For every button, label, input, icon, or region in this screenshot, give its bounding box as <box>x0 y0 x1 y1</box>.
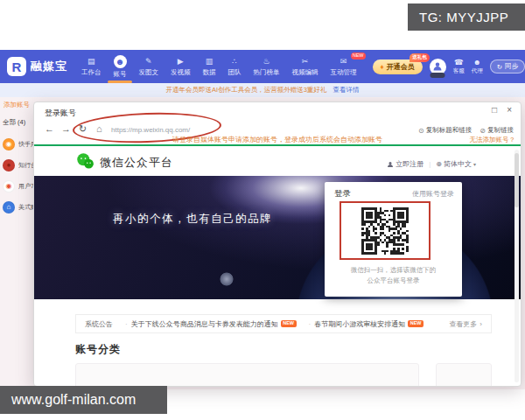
chevron-right-icon: › <box>480 320 482 328</box>
scrollbar-thumb[interactable] <box>514 153 519 207</box>
vip-label: 开通会员 <box>387 62 415 72</box>
qr-caption-line1: 微信扫一扫，选择该微信下的 <box>325 266 462 275</box>
new-tag: NEW <box>281 320 297 328</box>
category-card <box>75 363 419 387</box>
user-avatar[interactable] <box>430 59 446 75</box>
account-name: 知行合一 <box>18 161 34 170</box>
view-more-label: 查看更多 <box>449 319 477 329</box>
home-icon[interactable]: ⌂ <box>96 123 102 134</box>
promo-banner: 开通年会员即送AI创作工具会员，运营额外赠送3重好礼 查看详情 <box>0 83 525 97</box>
nav-item-video-edit[interactable]: ✂ 视频编辑 <box>286 50 325 83</box>
qr-code <box>361 207 409 255</box>
promo-text: 开通年会员即送AI创作工具会员，运营额外赠送3重好礼 <box>166 86 327 94</box>
app-header: R 融媒宝 ▤ 工作台 ☻ 账号 ✎ 发图文 ▶ 发视频 ▥ 数据 <box>0 50 525 83</box>
chart-icon: ▥ <box>206 56 214 66</box>
new-badge: NEW <box>351 52 366 60</box>
nav-item-hot-ranking[interactable]: ♨ 热门榜单 <box>248 50 286 83</box>
close-icon[interactable]: × <box>507 105 512 115</box>
nav-item-workbench[interactable]: ▤ 工作台 <box>75 50 108 83</box>
nav-label: 发图文 <box>139 68 159 77</box>
scissors-icon: ✂ <box>302 56 309 66</box>
modal-title: 登录账号 <box>45 108 76 119</box>
copy-link-label: 复制链接 <box>487 126 514 135</box>
announcement-link[interactable]: 关于下线公众号商品消息与卡券发表能力的通知 NEW <box>125 319 297 329</box>
announcement-link[interactable]: 春节期间小游戏审核安排通知 NEW <box>309 319 424 329</box>
register-label: 立即注册 <box>396 159 424 169</box>
scrollbar-track <box>514 150 519 382</box>
account-login-link[interactable]: 使用账号登录 <box>412 189 454 199</box>
message-icon: ✉ <box>340 56 347 66</box>
copy-actions: ⊙ 复制标题和链接 ⊘ 复制链接 <box>418 126 514 135</box>
account-name: 快手用户 <box>18 140 34 149</box>
nav-item-publish-article[interactable]: ✎ 发图文 <box>133 50 165 83</box>
red-avatar-icon: ● <box>3 159 15 172</box>
gift-badge: 送礼包 <box>410 53 430 62</box>
register-link[interactable]: 立即注册 <box>387 159 424 169</box>
nav-item-accounts[interactable]: ☻ 账号 <box>108 50 133 83</box>
login-hint-text: 请登录自媒体账号申请添加的账号，登录成功后系统会自动添加账号 <box>34 135 521 144</box>
back-icon[interactable]: ← <box>45 123 54 134</box>
mini-label: 客服 <box>453 67 465 75</box>
nav-label: 热门榜单 <box>254 68 280 77</box>
nav-label: 团队 <box>228 68 242 77</box>
nav-item-interaction[interactable]: NEW ✉ 互动管理 <box>325 50 363 83</box>
account-icon: ☻ <box>114 55 127 68</box>
new-tag: NEW <box>408 320 424 328</box>
red-rect-annotation <box>340 201 430 260</box>
nav-label: 数据 <box>203 68 216 77</box>
account-name: 用户74 <box>18 182 34 191</box>
qr-login-card: 登录 使用账号登录 微信扫一扫，选择该微信下的 公众平台账号登录 <box>325 182 462 297</box>
vip-button[interactable]: ♦ 开通会员 送礼包 <box>373 60 423 74</box>
workbench-icon: ▤ <box>88 56 95 66</box>
address-bar-url[interactable]: https://mp.weixin.qq.com/ <box>111 126 190 134</box>
pen-icon: ✎ <box>145 56 152 66</box>
play-icon: ▶ <box>178 56 184 66</box>
wechat-header-links: 立即注册 | ⊕ 简体中文 ▾ <box>387 159 476 169</box>
customer-service-button[interactable]: ☎ 客服 <box>453 59 465 75</box>
forward-icon[interactable]: → <box>61 123 71 134</box>
gem-icon: ♦ <box>381 63 384 71</box>
view-more-link[interactable]: 查看更多 › <box>449 319 482 329</box>
separator: | <box>429 160 430 168</box>
blue-avatar-icon: ⌂ <box>3 201 15 214</box>
refresh-icon[interactable]: ↻ <box>79 123 87 135</box>
app-logo[interactable]: R 融媒宝 <box>0 57 75 76</box>
announcement-text: 关于下线公众号商品消息与卡券发表能力的通知 <box>131 319 278 329</box>
cant-add-account-link[interactable]: 无法添加账号？ <box>467 136 516 144</box>
person-icon <box>432 61 443 72</box>
app-logo-icon: R <box>7 57 26 76</box>
main-nav: ▤ 工作台 ☻ 账号 ✎ 发图文 ▶ 发视频 ▥ 数据 ∴ 团队 <box>75 50 363 83</box>
nav-label: 互动管理 <box>331 68 357 77</box>
agent-button[interactable]: ☻ 代理 <box>472 59 483 75</box>
copy-title-icon: ⊙ <box>418 127 424 135</box>
account-name: 美式账号 <box>18 203 34 212</box>
app-logo-name: 融媒宝 <box>31 59 67 74</box>
copy-link-icon: ⊘ <box>480 127 486 135</box>
language-selector[interactable]: ⊕ 简体中文 ▾ <box>436 159 476 169</box>
login-account-modal: 登录账号 □ × ← → ↻ ⌂ https://mp.weixin.qq.co… <box>33 102 522 387</box>
announcement-text: 春节期间小游戏审核安排通知 <box>314 319 405 329</box>
copy-title-link-button[interactable]: ⊙ 复制标题和链接 <box>418 126 472 135</box>
kuaishou-avatar-icon: ◉ <box>3 138 15 150</box>
refresh-icon: ↻ <box>497 63 502 71</box>
nav-item-team[interactable]: ∴ 团队 <box>222 50 248 83</box>
team-icon: ∴ <box>232 56 237 66</box>
hero-slogan: 再小的个体，也有自己的品牌 <box>113 212 272 227</box>
avatar-tier-badge <box>430 73 445 78</box>
chevron-down-icon: ▾ <box>473 161 476 167</box>
website-watermark: www.golf-milan.com <box>0 386 167 414</box>
sync-button[interactable]: ↻ 同步 <box>490 60 525 74</box>
promo-details-link[interactable]: 查看详情 <box>332 86 359 94</box>
nav-label: 账号 <box>114 70 127 79</box>
nav-item-publish-video[interactable]: ▶ 发视频 <box>164 50 197 83</box>
globe-icon: ⊕ <box>436 160 442 168</box>
nav-item-data[interactable]: ▥ 数据 <box>197 50 222 83</box>
maximize-icon[interactable]: □ <box>492 105 497 115</box>
copy-link-button[interactable]: ⊘ 复制链接 <box>480 126 514 135</box>
flame-icon: ♨ <box>262 56 270 66</box>
agent-icon: ☻ <box>473 59 481 66</box>
wechat-page-header: 微信公众平台 立即注册 | ⊕ 简体中文 ▾ <box>34 146 521 176</box>
headset-icon: ☎ <box>454 59 464 66</box>
mini-label: 代理 <box>472 67 483 75</box>
category-card <box>436 363 492 387</box>
